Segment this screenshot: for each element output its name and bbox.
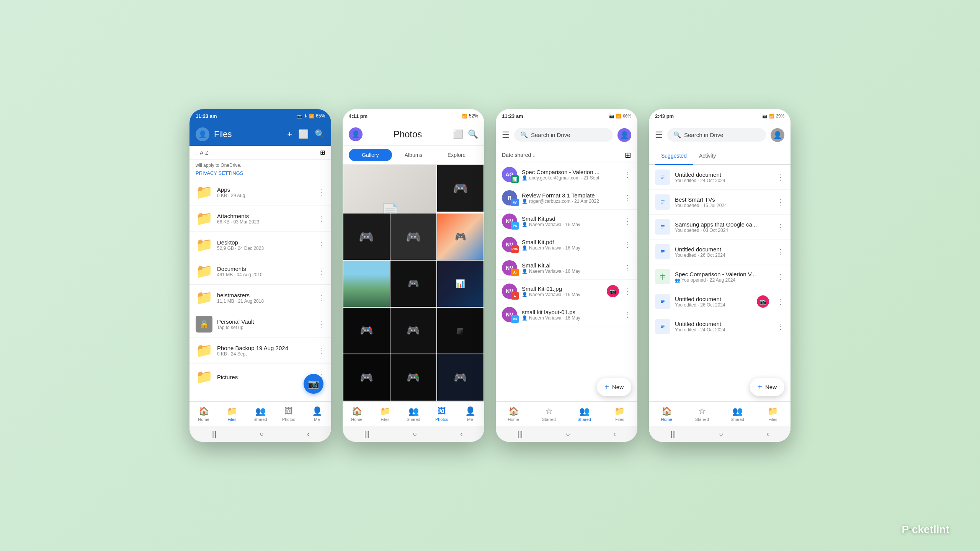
- nav-photos[interactable]: 🖼 Photos: [274, 402, 303, 426]
- suggested-item[interactable]: Untitled document You edited · 24 Oct 20…: [649, 314, 791, 339]
- more-options-btn[interactable]: ⋮: [624, 263, 631, 272]
- nav-home[interactable]: 🏠 Home: [496, 402, 531, 426]
- photo-cell[interactable]: [343, 261, 390, 307]
- nav-home[interactable]: 🏠 Home: [189, 402, 218, 426]
- more-options-btn[interactable]: ⋮: [317, 267, 325, 276]
- more-options-btn[interactable]: ⋮: [777, 247, 784, 256]
- back-btn[interactable]: ‹: [460, 430, 462, 438]
- more-options-btn[interactable]: ⋮: [624, 287, 631, 296]
- more-options-btn[interactable]: ⋮: [624, 170, 631, 179]
- more-options-btn[interactable]: ⋮: [317, 240, 325, 249]
- nav-files[interactable]: 📁 Files: [602, 402, 638, 426]
- sort-label[interactable]: ↓ A-Z: [196, 150, 209, 156]
- user-avatar[interactable]: 👤: [617, 128, 631, 142]
- cast-icon[interactable]: ⬜: [298, 129, 309, 139]
- nav-files[interactable]: 📁 Files: [218, 402, 246, 426]
- back-btn[interactable]: ‹: [766, 430, 769, 438]
- add-button[interactable]: +: [287, 129, 292, 139]
- file-item-vault[interactable]: 🔒 Personal Vault Tap to set up ⋮: [189, 311, 331, 337]
- hamburger-icon[interactable]: ☰: [502, 130, 510, 140]
- photo-cell[interactable]: 🎮: [343, 308, 390, 354]
- user-avatar[interactable]: 👤: [771, 128, 784, 142]
- suggested-item[interactable]: Best Smart TVs You opened · 15 Jul 2024 …: [649, 190, 791, 215]
- home-btn[interactable]: ○: [413, 430, 417, 438]
- photo-cell[interactable]: 🎮: [437, 165, 483, 212]
- file-item-attachments[interactable]: 📁 Attachments 66 KB · 03 Mar 2023 ⋮: [189, 205, 331, 232]
- nav-shared[interactable]: 👥 Shared: [399, 402, 428, 426]
- more-options-btn[interactable]: ⋮: [624, 240, 631, 249]
- nav-me[interactable]: 👤 Me: [456, 402, 484, 426]
- menu-btn[interactable]: |||: [364, 430, 370, 438]
- more-options-btn[interactable]: ⋮: [317, 187, 325, 197]
- file-item-documents[interactable]: 📁 Documents 491 MB · 04 Aug 2010 ⋮: [189, 258, 331, 285]
- search-icon[interactable]: 🔍: [468, 129, 478, 139]
- photo-cell[interactable]: 🎮: [390, 354, 437, 401]
- privacy-settings-link[interactable]: PRIVACY SETTINGS: [189, 170, 331, 179]
- more-options-btn[interactable]: ⋮: [777, 222, 784, 231]
- suggested-item[interactable]: Untitled document You edited · 24 Oct 20…: [649, 165, 791, 190]
- suggested-item[interactable]: Samsung apps that Google ca... You opene…: [649, 215, 791, 240]
- suggested-item[interactable]: Untitled document You edited · 26 Oct 20…: [649, 289, 791, 314]
- nav-shared[interactable]: 👥 Shared: [246, 402, 274, 426]
- user-avatar[interactable]: 👤: [349, 127, 363, 141]
- new-fab-button[interactable]: + New: [597, 378, 631, 396]
- user-avatar[interactable]: 👤: [196, 127, 209, 141]
- nav-files[interactable]: 📁 Files: [755, 402, 791, 426]
- suggested-item[interactable]: Untitled document You edited · 26 Oct 20…: [649, 240, 791, 264]
- photo-cell[interactable]: 🎮: [343, 354, 390, 401]
- more-options-btn[interactable]: ⋮: [777, 197, 784, 207]
- more-options-btn[interactable]: ⋮: [777, 272, 784, 281]
- photo-cell[interactable]: 📊: [437, 261, 483, 307]
- nav-starred[interactable]: ☆ Starred: [684, 402, 720, 426]
- drive-item[interactable]: NV Ps small kit layout-01.ps 👤 Naeem Var…: [496, 303, 637, 326]
- nav-files[interactable]: 📁 Files: [371, 402, 399, 426]
- photo-cell[interactable]: 🎮: [390, 214, 437, 260]
- nav-photos[interactable]: 🖼 Photos: [428, 402, 456, 426]
- grid-view-icon[interactable]: ⊞: [320, 149, 325, 156]
- drive-item[interactable]: NV Ps Small Kit.psd 👤 Naeem Variawa · 16…: [496, 210, 637, 233]
- menu-btn[interactable]: |||: [518, 430, 523, 438]
- drive-item[interactable]: NV PDF Small Kit.pdf 👤 Naeem Variawa · 1…: [496, 233, 637, 256]
- more-options-btn[interactable]: ⋮: [317, 214, 325, 223]
- file-item-phone-backup[interactable]: 📁 Phone Backup 19 Aug 2024 0 KB · 24 Sep…: [189, 337, 331, 364]
- menu-btn[interactable]: |||: [671, 430, 676, 438]
- date-sort-label[interactable]: Date shared ↓: [502, 152, 535, 158]
- home-btn[interactable]: ○: [260, 430, 264, 438]
- tab-albums[interactable]: Albums: [392, 149, 435, 161]
- photo-cell[interactable]: 🎮: [437, 214, 483, 260]
- nav-starred[interactable]: ☆ Starred: [531, 402, 567, 426]
- nav-shared[interactable]: 👥 Shared: [720, 402, 755, 426]
- cast-icon[interactable]: ⬜: [453, 129, 463, 139]
- photo-cell[interactable]: 🎮: [390, 308, 437, 354]
- search-bar[interactable]: 🔍 Search in Drive: [667, 128, 766, 142]
- drive-item[interactable]: NV ▲ Small Kit-01.jpg 👤 Naeem Variawa · …: [496, 280, 637, 303]
- nav-shared[interactable]: 👥 Shared: [567, 402, 602, 426]
- grid-toggle-icon[interactable]: ⊞: [625, 150, 631, 160]
- more-options-btn[interactable]: ⋮: [624, 217, 631, 226]
- photo-cell[interactable]: 🎮: [343, 214, 390, 260]
- home-btn[interactable]: ○: [719, 430, 724, 438]
- search-icon[interactable]: 🔍: [315, 129, 325, 139]
- tab-suggested[interactable]: Suggested: [655, 147, 693, 165]
- drive-item[interactable]: R W Review Format 3.1 Template 👤 roger@c…: [496, 186, 637, 210]
- tab-activity[interactable]: Activity: [693, 147, 722, 165]
- tab-explore[interactable]: Explore: [435, 149, 478, 161]
- nav-me[interactable]: 👤 Me: [303, 402, 331, 426]
- more-options-btn[interactable]: ⋮: [317, 346, 325, 355]
- photo-cell[interactable]: ▦: [437, 308, 483, 354]
- nav-home[interactable]: 🏠 Home: [649, 402, 684, 426]
- tab-gallery[interactable]: Gallery: [349, 149, 392, 161]
- more-options-btn[interactable]: ⋮: [777, 322, 784, 331]
- search-bar[interactable]: 🔍 Search in Drive: [514, 128, 613, 142]
- more-options-btn[interactable]: ⋮: [317, 320, 325, 329]
- hamburger-icon[interactable]: ☰: [655, 130, 663, 140]
- new-fab-button[interactable]: + New: [750, 378, 784, 396]
- drive-item[interactable]: AG 📊 Spec Comparison - Valerion ... 👤 an…: [496, 163, 637, 186]
- file-item-heistmasters[interactable]: 📁 heistmasters 11,1 MB · 21 Aug 2018 ⋮: [189, 285, 331, 311]
- home-btn[interactable]: ○: [566, 430, 570, 438]
- back-btn[interactable]: ‹: [307, 430, 309, 438]
- more-options-btn[interactable]: ⋮: [777, 297, 784, 306]
- suggested-item[interactable]: Spec Comparison - Valerion V... 👥 You op…: [649, 264, 791, 289]
- more-options-btn[interactable]: ⋮: [624, 310, 631, 319]
- file-item-desktop[interactable]: 📁 Desktop 52,9 GB · 24 Dec 2023 ⋮: [189, 232, 331, 258]
